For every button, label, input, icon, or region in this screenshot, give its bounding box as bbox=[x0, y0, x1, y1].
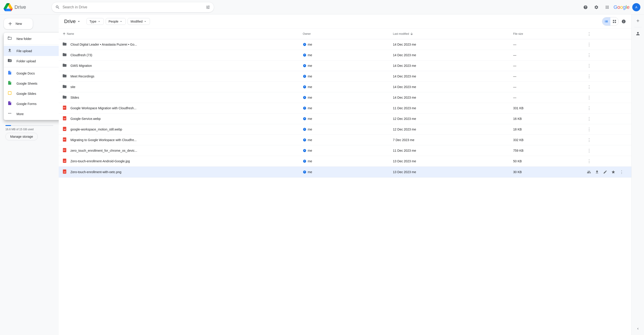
info-button[interactable] bbox=[620, 18, 628, 26]
right-panel-person-button[interactable] bbox=[634, 29, 642, 38]
dropdown-more[interactable]: More ▶ bbox=[4, 109, 59, 119]
table-row[interactable]: site me 14 Dec 2023 me — ⋮ bbox=[59, 82, 631, 92]
file-name-cell[interactable]: Slides bbox=[59, 92, 299, 103]
file-size-cell: — bbox=[510, 71, 582, 82]
right-panel-add-button[interactable] bbox=[634, 16, 642, 25]
dropdown-google-docs[interactable]: Google Docs ▶ bbox=[4, 68, 59, 78]
file-name-cell[interactable]: PDF Google Workspace Migration with Clou… bbox=[59, 103, 299, 114]
file-menu-button[interactable]: ⋮ bbox=[585, 126, 593, 133]
download-action-button[interactable] bbox=[594, 168, 601, 176]
file-menu-button[interactable]: ⋮ bbox=[585, 147, 593, 154]
file-type-icon bbox=[62, 95, 68, 100]
files-table-body: Cloud Digital Leader • Anastasia Puzerei… bbox=[59, 39, 631, 178]
file-menu-button[interactable]: ⋮ bbox=[585, 105, 593, 112]
table-row[interactable]: Cloudfresh (73) me 14 Dec 2023 me — ⋮ bbox=[59, 50, 631, 60]
file-name-cell[interactable]: PDF Migrating to Google Workspace with C… bbox=[59, 135, 299, 146]
shared-icon bbox=[303, 170, 306, 174]
file-menu-button[interactable]: ⋮ bbox=[585, 62, 593, 69]
table-row[interactable]: Zero-touch-enrollment-Android-Google.jpg… bbox=[59, 156, 631, 166]
user-avatar[interactable]: A bbox=[632, 3, 640, 11]
edit-action-button[interactable] bbox=[602, 168, 609, 176]
pdf-icon: PDF bbox=[62, 137, 67, 142]
file-actions-cell: ⋮ bbox=[582, 135, 631, 146]
filter-chip-people[interactable]: People bbox=[106, 18, 126, 25]
table-row[interactable]: Cloud Digital Leader • Anastasia Puzerei… bbox=[59, 39, 631, 50]
manage-storage-button[interactable]: Manage storage bbox=[6, 133, 38, 140]
file-modified-cell: 13 Dec 2023 me bbox=[389, 156, 510, 166]
table-row[interactable]: GWS Migration me 14 Dec 2023 me — ⋮ bbox=[59, 60, 631, 71]
folder-icon bbox=[62, 74, 67, 78]
file-name-cell[interactable]: Google-Service.webp bbox=[59, 114, 299, 124]
help-button[interactable] bbox=[581, 3, 590, 12]
dropdown-file-upload[interactable]: File upload bbox=[4, 46, 59, 56]
filter-chip-type[interactable]: Type bbox=[86, 18, 104, 25]
file-menu-button[interactable]: ⋮ bbox=[585, 94, 593, 101]
col-header-name[interactable]: Name bbox=[59, 29, 299, 39]
file-name-cell[interactable]: GWS Migration bbox=[59, 60, 299, 71]
file-size-text: 50 KB bbox=[513, 159, 522, 163]
col-header-owner[interactable]: Owner bbox=[299, 29, 389, 39]
file-owner-cell: me bbox=[299, 114, 389, 124]
file-size-text: 16 KB bbox=[513, 117, 522, 120]
file-menu-button[interactable]: ⋮ bbox=[585, 84, 593, 90]
dropdown-google-sheets[interactable]: Google Sheets ▶ bbox=[4, 78, 59, 88]
grid-view-button[interactable] bbox=[610, 18, 618, 26]
file-menu-button[interactable]: ⋮ bbox=[585, 136, 593, 143]
table-row[interactable]: PDF Migrating to Google Workspace with C… bbox=[59, 135, 631, 146]
file-name-cell[interactable]: Cloudfresh (73) bbox=[59, 50, 299, 60]
filter-chips: Type People Modified bbox=[81, 16, 602, 27]
apps-button[interactable] bbox=[603, 3, 612, 12]
col-header-size[interactable]: File size bbox=[510, 29, 582, 39]
file-actions-cell: ⋮ bbox=[582, 166, 631, 178]
table-row[interactable]: Meet Recordings me 14 Dec 2023 me — ⋮ bbox=[59, 71, 631, 82]
dropdown-google-slides[interactable]: Google Slides ▶ bbox=[4, 88, 59, 99]
right-panel bbox=[631, 14, 644, 335]
file-name-cell[interactable]: Cloud Digital Leader • Anastasia Puzerei… bbox=[59, 39, 299, 50]
file-menu-button[interactable]: ⋮ bbox=[585, 115, 593, 122]
file-menu-button[interactable]: ⋮ bbox=[585, 52, 593, 58]
file-name-text: Cloudfresh (73) bbox=[70, 53, 92, 57]
file-modified-text: 11 Dec 2023 me bbox=[393, 106, 416, 110]
table-row[interactable]: google-workspace_motion_still.webp me 12… bbox=[59, 124, 631, 135]
list-view-button[interactable] bbox=[602, 18, 610, 26]
file-name-cell[interactable]: google-workspace_motion_still.webp bbox=[59, 124, 299, 135]
app-body: New New folder File upload bbox=[0, 14, 644, 335]
search-input[interactable] bbox=[62, 5, 206, 9]
right-panel-collapse-button[interactable] bbox=[634, 324, 642, 333]
col-header-modified[interactable]: Last modified bbox=[389, 29, 510, 39]
file-name-cell[interactable]: PDF zero_touch_enrollment_for_chrome_os_… bbox=[59, 146, 299, 156]
dropdown-google-forms[interactable]: Google Forms ▶ bbox=[4, 99, 59, 109]
table-row[interactable]: Slides me 14 Dec 2023 me — ⋮ bbox=[59, 92, 631, 103]
app-title: Drive bbox=[14, 4, 26, 10]
file-owner-cell: me bbox=[299, 124, 389, 135]
file-type-icon: PDF bbox=[62, 137, 68, 143]
filter-chip-modified[interactable]: Modified bbox=[128, 18, 150, 25]
new-button[interactable]: New bbox=[4, 18, 33, 29]
search-bar[interactable] bbox=[52, 2, 214, 12]
file-name-cell[interactable]: Zero-touch-enrollment-with-oetc.png bbox=[59, 166, 299, 178]
file-size-text: 759 KB bbox=[513, 149, 524, 152]
svg-point-10 bbox=[303, 117, 306, 120]
table-row[interactable]: Zero-touch-enrollment-with-oetc.png me 1… bbox=[59, 166, 631, 178]
share-action-button[interactable] bbox=[585, 168, 592, 176]
file-size-cell: — bbox=[510, 92, 582, 103]
settings-button[interactable] bbox=[592, 3, 601, 12]
title-dropdown-icon[interactable] bbox=[76, 19, 81, 24]
file-menu-button[interactable]: ⋮ bbox=[585, 158, 593, 164]
file-menu-button[interactable]: ⋮ bbox=[585, 41, 593, 48]
file-name-cell[interactable]: Meet Recordings bbox=[59, 71, 299, 82]
file-size-text: — bbox=[513, 74, 516, 78]
svg-text:PDF: PDF bbox=[63, 149, 66, 150]
file-name-cell[interactable]: site bbox=[59, 82, 299, 92]
file-menu-button[interactable]: ⋮ bbox=[618, 169, 626, 176]
dropdown-folder-upload[interactable]: Folder upload bbox=[4, 56, 59, 66]
table-options-button[interactable]: ⋮ bbox=[585, 30, 593, 37]
file-menu-button[interactable]: ⋮ bbox=[585, 73, 593, 80]
search-filter-icon[interactable] bbox=[206, 5, 210, 10]
table-row[interactable]: Google-Service.webp me 12 Dec 2023 me 16… bbox=[59, 114, 631, 124]
table-row[interactable]: PDF zero_touch_enrollment_for_chrome_os_… bbox=[59, 146, 631, 156]
dropdown-new-folder[interactable]: New folder bbox=[4, 34, 59, 44]
table-row[interactable]: PDF Google Workspace Migration with Clou… bbox=[59, 103, 631, 114]
star-action-button[interactable] bbox=[610, 168, 617, 176]
file-name-cell[interactable]: Zero-touch-enrollment-Android-Google.jpg bbox=[59, 156, 299, 166]
